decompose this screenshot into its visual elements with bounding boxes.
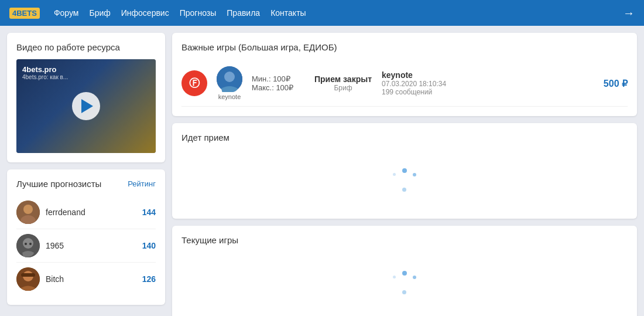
- accepting-title: Идет прием: [181, 132, 628, 142]
- forecaster-item: ferrdenand 144: [16, 196, 156, 229]
- spinner2-dot-3: [402, 290, 406, 294]
- avatar-1965: [16, 234, 40, 257]
- main-content: Видео по работе ресурса 4bets.pro 4bets.…: [0, 26, 644, 316]
- game-max-value: 100₽: [276, 83, 293, 92]
- svg-point-4: [23, 238, 33, 249]
- svg-point-6: [29, 243, 32, 245]
- svg-point-5: [25, 243, 27, 245]
- forecaster-name-0: ferrdenand: [46, 208, 136, 217]
- current-games-card: Текущие игры: [172, 226, 637, 316]
- forecaster-item: 1965 140: [16, 229, 156, 263]
- spinner2-dot-4: [393, 276, 396, 278]
- rating-link[interactable]: Рейтинг: [128, 179, 156, 188]
- forecaster-name-2: Bitch: [46, 274, 136, 284]
- header: 4BETS Форум Бриф Инфосервис Прогнозы Пра…: [0, 0, 644, 26]
- avatar-bitch: [16, 267, 40, 291]
- svg-rect-9: [21, 273, 35, 277]
- game-min: Мин.: 100₽: [252, 74, 304, 83]
- game-limits: Мин.: 100₽ Макс.: 100₽: [252, 74, 304, 92]
- forecaster-item: Bitch 126: [16, 263, 156, 295]
- important-games-title: Важные игры (Большая игра, ЕДИОБ): [181, 42, 628, 52]
- keynote-label: keynote: [218, 93, 241, 100]
- spinner-2: [393, 271, 416, 294]
- logo[interactable]: 4BETS: [9, 8, 42, 19]
- game-max-label: Макс.:: [252, 83, 274, 92]
- accepting-card: Идет прием: [172, 123, 637, 219]
- game-icon-symbol: Ⓕ: [189, 76, 200, 90]
- logo-icon: 4BETS: [9, 8, 40, 19]
- important-games-card: Важные игры (Большая игра, ЕДИОБ) Ⓕ keyn…: [172, 33, 637, 116]
- forecasters-title: Лучшие прогнозисты: [16, 179, 101, 189]
- game-status-label: Прием закрыт: [314, 74, 372, 84]
- forecaster-score-0: 144: [142, 208, 156, 217]
- video-site-name: 4bets.pro: [22, 65, 68, 74]
- game-min-label: Мин.:: [252, 74, 271, 83]
- play-icon: [81, 99, 93, 113]
- nav-infoservice[interactable]: Инфосервис: [121, 8, 169, 18]
- game-info: keynote 07.03.2020 18:10:34 199 сообщени…: [382, 70, 583, 96]
- nav-contacts[interactable]: Контакты: [270, 8, 306, 18]
- spinner-dot-1: [402, 168, 407, 173]
- game-price: 500 ₽: [592, 78, 628, 89]
- sidebar: Видео по работе ресурса 4bets.pro 4bets.…: [7, 33, 165, 316]
- game-info-date: 07.03.2020 18:10:34: [382, 80, 583, 88]
- current-games-title: Текущие игры: [181, 235, 628, 245]
- game-max: Макс.: 100₽: [252, 83, 304, 92]
- accepting-loading: [181, 151, 628, 209]
- nav-prognoses[interactable]: Прогнозы: [180, 8, 217, 18]
- forecaster-name-1: 1965: [46, 241, 136, 250]
- game-info-name: keynote: [382, 70, 583, 80]
- game-icon-left: Ⓕ: [181, 70, 207, 96]
- current-games-loading: [181, 253, 628, 312]
- nav-brief[interactable]: Бриф: [89, 8, 110, 18]
- forecaster-score-1: 140: [142, 241, 156, 250]
- svg-point-11: [224, 72, 235, 82]
- forecasters-card: Лучшие прогнозисты Рейтинг ferrdenand 14…: [7, 169, 165, 305]
- spinner: [393, 168, 416, 192]
- spinner-dot-3: [402, 188, 406, 192]
- svg-point-1: [23, 205, 33, 214]
- main-nav: Форум Бриф Инфосервис Прогнозы Правила К…: [54, 8, 623, 18]
- video-site-tagline: 4bets.pro: как в...: [22, 74, 68, 80]
- nav-rules[interactable]: Правила: [227, 8, 260, 18]
- game-row: Ⓕ keynote Мин.: 100₽: [181, 60, 628, 107]
- game-info-msgs: 199 сообщений: [382, 88, 583, 96]
- login-button[interactable]: →: [623, 6, 635, 20]
- spinner2-dot-2: [413, 276, 416, 279]
- avatar-ferrdenand: [16, 201, 40, 224]
- video-title: Видео по работе ресурса: [16, 42, 156, 52]
- forecaster-score-2: 126: [142, 274, 156, 284]
- video-site-info: 4bets.pro 4bets.pro: как в...: [22, 65, 68, 80]
- right-content: Важные игры (Большая игра, ЕДИОБ) Ⓕ keyn…: [172, 33, 637, 316]
- game-keynote-icon-container: keynote: [217, 66, 242, 100]
- video-card: Видео по работе ресурса 4bets.pro 4bets.…: [7, 33, 165, 162]
- game-status-sub: Бриф: [314, 84, 372, 92]
- keynote-avatar: [217, 66, 242, 92]
- forecasters-header: Лучшие прогнозисты Рейтинг: [16, 179, 156, 189]
- nav-forum[interactable]: Форум: [54, 8, 79, 18]
- video-thumbnail[interactable]: 4bets.pro 4bets.pro: как в...: [16, 59, 156, 153]
- game-status: Прием закрыт Бриф: [314, 74, 372, 92]
- game-min-value: 100₽: [273, 74, 290, 83]
- spinner-dot-2: [413, 173, 416, 176]
- spinner-dot-4: [393, 173, 396, 176]
- play-button[interactable]: [72, 92, 100, 120]
- spinner2-dot-1: [402, 271, 407, 276]
